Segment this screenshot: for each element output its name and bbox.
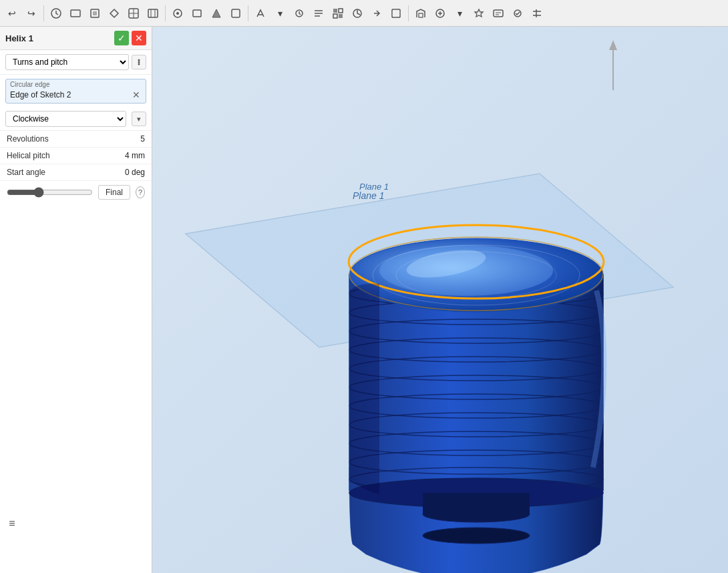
clockwise-icon-btn[interactable]: ▾: [132, 112, 146, 126]
sep-1: [43, 5, 44, 21]
tool-btn-1[interactable]: [47, 4, 65, 23]
tool-btn-14[interactable]: [329, 4, 347, 23]
tool-btn-19[interactable]: [431, 4, 449, 23]
undo-button[interactable]: ↩: [3, 4, 21, 23]
tool-btn-20[interactable]: [470, 4, 488, 23]
panel-header-buttons: ✓ ✕: [114, 31, 146, 45]
panel-title: Helix 1: [5, 33, 33, 43]
circular-edge-label: Circular edge: [6, 79, 146, 88]
tool-btn-9[interactable]: [207, 4, 226, 23]
tool-btn-8[interactable]: [188, 4, 206, 23]
svg-rect-13: [333, 14, 337, 18]
svg-point-43: [423, 528, 530, 544]
tool-dropdown-btn[interactable]: ▾: [270, 4, 289, 23]
toolbar-group-1: ↩ ↪: [3, 4, 41, 23]
mode-row: Turns and pitchPitch and heightTurns and…: [0, 50, 152, 75]
start-angle-value: 0 deg: [125, 168, 145, 177]
tool-btn-15[interactable]: [348, 4, 367, 23]
tool-btn-3[interactable]: [85, 4, 104, 23]
accept-button[interactable]: ✓: [114, 31, 129, 45]
tool-btn-6[interactable]: [144, 4, 162, 23]
tool-btn-5[interactable]: [124, 4, 143, 23]
progress-slider[interactable]: [7, 187, 93, 198]
redo-button[interactable]: ↪: [22, 4, 41, 23]
toolbar-group-5: ▾: [411, 4, 546, 23]
revolutions-value: 5: [140, 134, 145, 144]
list-icon[interactable]: ≡: [3, 514, 21, 533]
sep-3: [248, 5, 248, 21]
mode-select[interactable]: Turns and pitchPitch and heightTurns and…: [5, 54, 129, 70]
slider-row: Final ?: [0, 181, 152, 204]
help-button[interactable]: ?: [136, 186, 145, 198]
tool-btn-16[interactable]: [367, 4, 386, 23]
plane-label-text: Plane 1: [359, 182, 389, 192]
plane-label: Plane 1: [353, 190, 384, 201]
tool-btn-13[interactable]: [309, 4, 328, 23]
tool-btn-4[interactable]: [105, 4, 124, 23]
tool-btn-23[interactable]: [528, 4, 546, 23]
clockwise-row: ClockwiseCounter-clockwise ▾: [0, 108, 152, 131]
svg-point-7: [176, 12, 179, 15]
edge-value-row: Edge of Sketch 2 ✕: [6, 88, 146, 103]
tool-btn-17[interactable]: [387, 4, 405, 23]
tool-btn-2[interactable]: [66, 4, 85, 23]
svg-rect-12: [339, 9, 343, 13]
cancel-button[interactable]: ✕: [132, 31, 146, 45]
panel-header: Helix 1 ✓ ✕: [0, 27, 152, 50]
edge-value: Edge of Sketch 2: [10, 90, 71, 100]
revolutions-label: Revolutions: [7, 134, 49, 144]
mode-icon-btn[interactable]: [132, 55, 146, 69]
tool-dropdown-2[interactable]: ▾: [450, 4, 469, 23]
helical-pitch-value: 4 mm: [125, 151, 145, 160]
tool-btn-21[interactable]: [489, 4, 508, 23]
revolutions-row: Revolutions 5: [0, 131, 152, 148]
svg-point-22: [138, 61, 140, 63]
final-button[interactable]: Final: [98, 185, 130, 200]
helical-pitch-label: Helical pitch: [7, 151, 50, 160]
svg-rect-9: [232, 9, 240, 17]
svg-rect-42: [423, 493, 530, 514]
viewport[interactable]: Plane 1: [152, 27, 728, 573]
clockwise-select[interactable]: ClockwiseCounter-clockwise: [5, 111, 126, 127]
circular-edge-section: Circular edge Edge of Sketch 2 ✕: [5, 79, 146, 104]
tool-btn-10[interactable]: [226, 4, 245, 23]
helical-pitch-row: Helical pitch 4 mm: [0, 148, 152, 164]
tool-btn-12[interactable]: [290, 4, 309, 23]
tool-btn-22[interactable]: [508, 4, 527, 23]
viewport-svg: Plane 1: [152, 27, 728, 573]
svg-rect-16: [392, 9, 400, 17]
helix-panel: Helix 1 ✓ ✕ Turns and pitchPitch and hei…: [0, 27, 152, 573]
toolbar-group-4: ▾: [251, 4, 405, 23]
svg-rect-19: [494, 10, 503, 17]
sep-2: [165, 5, 166, 21]
edge-clear-button[interactable]: ✕: [131, 89, 142, 100]
svg-rect-17: [419, 13, 423, 17]
svg-point-21: [138, 59, 140, 61]
main-area: Helix 1 ✓ ✕ Turns and pitchPitch and hei…: [0, 27, 728, 573]
tool-btn-18[interactable]: [411, 4, 430, 23]
svg-rect-1: [71, 10, 80, 17]
toolbar: ↩ ↪: [0, 0, 728, 27]
svg-rect-11: [333, 9, 337, 13]
svg-rect-8: [193, 10, 201, 17]
start-angle-row: Start angle 0 deg: [0, 164, 152, 181]
toolbar-group-2: [47, 4, 162, 23]
start-angle-label: Start angle: [7, 168, 45, 177]
svg-point-23: [138, 63, 140, 65]
toolbar-group-3: [168, 4, 245, 23]
tool-btn-11[interactable]: [251, 4, 270, 23]
svg-rect-5: [148, 9, 158, 17]
svg-rect-3: [93, 11, 97, 15]
sep-4: [408, 5, 409, 21]
tool-btn-7[interactable]: [168, 4, 187, 23]
svg-rect-14: [339, 14, 343, 18]
